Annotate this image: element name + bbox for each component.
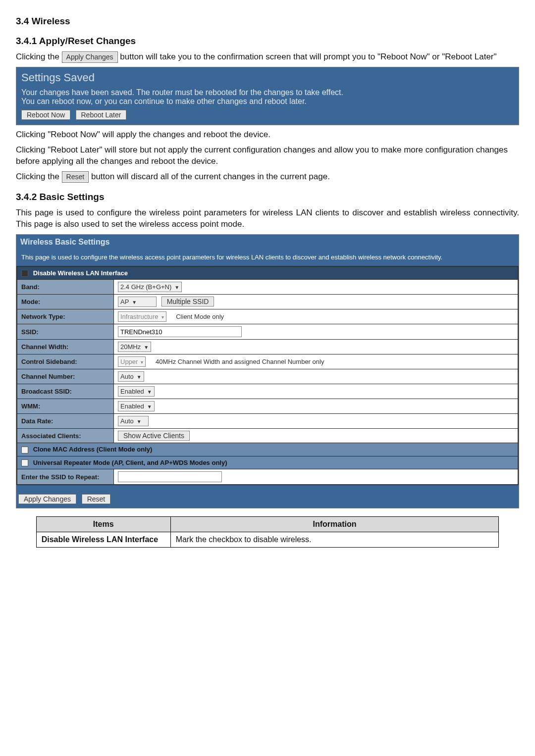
ssid-repeat-input[interactable] xyxy=(118,471,222,482)
info-table-header-items: Items xyxy=(36,517,170,532)
chevron-down-icon: ▼ xyxy=(174,283,179,292)
data-rate-label: Data Rate: xyxy=(17,414,114,429)
data-rate-select[interactable]: Auto▼ xyxy=(118,416,149,426)
text: button will take you to the confirmation… xyxy=(120,52,496,61)
disable-wireless-checkbox[interactable] xyxy=(21,270,28,277)
reset-button-inline: Reset xyxy=(62,171,89,183)
text: Clicking the xyxy=(16,172,62,181)
section-heading-wireless: 3.4 Wireless xyxy=(16,16,519,27)
show-active-clients-button[interactable]: Show Active Clients xyxy=(118,431,190,441)
wbs-title: Wireless Basic Settings xyxy=(16,235,519,250)
paragraph-apply-changes: Clicking the Apply Changes button will t… xyxy=(16,51,519,63)
network-type-select: Infrastructure▾ xyxy=(118,311,166,322)
settings-saved-panel: Settings Saved Your changes have been sa… xyxy=(16,67,519,125)
section-heading-basic-settings: 3.4.2 Basic Settings xyxy=(16,192,519,202)
paragraph-reset: Clicking the Reset button will discard a… xyxy=(16,171,519,183)
chevron-down-icon: ▼ xyxy=(147,387,152,397)
section-heading-apply-reset: 3.4.1 Apply/Reset Changes xyxy=(16,36,519,47)
universal-repeater-label: Universal Repeater Mode (AP, Client, and… xyxy=(33,459,227,466)
universal-repeater-row: Universal Repeater Mode (AP, Client, and… xyxy=(17,456,518,469)
clone-mac-checkbox[interactable] xyxy=(21,447,28,454)
control-sideband-label: Control Sideband: xyxy=(17,354,114,369)
reboot-later-button[interactable]: Reboot Later xyxy=(76,110,127,120)
text: Clicking the xyxy=(16,52,62,61)
mode-select[interactable]: AP▼ xyxy=(118,297,157,307)
chevron-down-icon: ▼ xyxy=(147,402,152,411)
reset-button[interactable]: Reset xyxy=(82,494,111,504)
network-type-label: Network Type: xyxy=(17,309,114,324)
settings-saved-line2: You can reboot now, or you can continue … xyxy=(21,97,514,106)
paragraph-reboot-now: Clicking "Reboot Now" will apply the cha… xyxy=(16,129,519,141)
chevron-down-icon: ▼ xyxy=(144,343,149,352)
network-type-note: Client Mode only xyxy=(176,313,224,320)
text: button will discard all of the current c… xyxy=(91,172,330,181)
clone-mac-row: Clone MAC Address (Client Mode only) xyxy=(17,443,518,456)
disable-wireless-row: Disable Wireless LAN Interface xyxy=(17,266,518,280)
chevron-down-icon: ▼ xyxy=(137,417,142,426)
ssid-input[interactable] xyxy=(118,326,242,337)
associated-clients-label: Associated Clients: xyxy=(17,429,114,443)
universal-repeater-checkbox[interactable] xyxy=(21,459,28,466)
channel-number-select[interactable]: Auto▼ xyxy=(118,371,144,382)
channel-width-label: Channel Width: xyxy=(17,340,114,354)
wmm-label: WMM: xyxy=(17,399,114,414)
info-table-header-information: Information xyxy=(170,517,499,532)
paragraph-reboot-later: Clicking "Reboot Later" will store but n… xyxy=(16,145,519,167)
info-table-item: Disable Wireless LAN Interface xyxy=(36,532,170,548)
mode-label: Mode: xyxy=(17,295,114,309)
reboot-now-button[interactable]: Reboot Now xyxy=(21,110,70,120)
control-sideband-select: Upper▾ xyxy=(118,356,146,367)
apply-changes-button-inline: Apply Changes xyxy=(62,51,118,63)
chevron-down-icon: ▾ xyxy=(161,312,164,322)
settings-saved-title: Settings Saved xyxy=(16,67,519,86)
disable-wireless-label: Disable Wireless LAN Interface xyxy=(33,269,128,277)
broadcast-ssid-label: Broadcast SSID: xyxy=(17,384,114,399)
multiple-ssid-button[interactable]: Multiple SSID xyxy=(161,297,214,306)
chevron-down-icon: ▾ xyxy=(141,357,143,367)
wbs-description: This page is used to configure the wirel… xyxy=(16,250,519,266)
apply-changes-button[interactable]: Apply Changes xyxy=(18,494,76,504)
clone-mac-label: Clone MAC Address (Client Mode only) xyxy=(33,446,153,453)
paragraph-basic-settings-desc: This page is used to configure the wirel… xyxy=(16,207,519,230)
wmm-select[interactable]: Enabled▼ xyxy=(118,401,155,411)
chevron-down-icon: ▼ xyxy=(137,372,142,382)
wireless-basic-settings-panel: Wireless Basic Settings This page is use… xyxy=(16,234,519,509)
band-label: Band: xyxy=(17,280,114,295)
ssid-label: SSID: xyxy=(17,324,114,340)
info-table-info: Mark the checkbox to disable wireless. xyxy=(170,532,499,548)
band-select[interactable]: 2.4 GHz (B+G+N)▼ xyxy=(118,282,182,292)
channel-width-select[interactable]: 20MHz▼ xyxy=(118,342,151,352)
wbs-table: Disable Wireless LAN Interface Band: 2.4… xyxy=(16,266,519,486)
chevron-down-icon: ▼ xyxy=(132,298,137,307)
info-table: Items Information Disable Wireless LAN I… xyxy=(36,516,499,548)
settings-saved-line1: Your changes have been saved. The router… xyxy=(21,88,514,97)
channel-number-label: Channel Number: xyxy=(17,369,114,384)
control-sideband-note: 40MHz Channel Width and assigned Channel… xyxy=(156,358,324,365)
broadcast-ssid-select[interactable]: Enabled▼ xyxy=(118,386,155,397)
enter-ssid-repeat-label: Enter the SSID to Repeat: xyxy=(17,469,114,485)
